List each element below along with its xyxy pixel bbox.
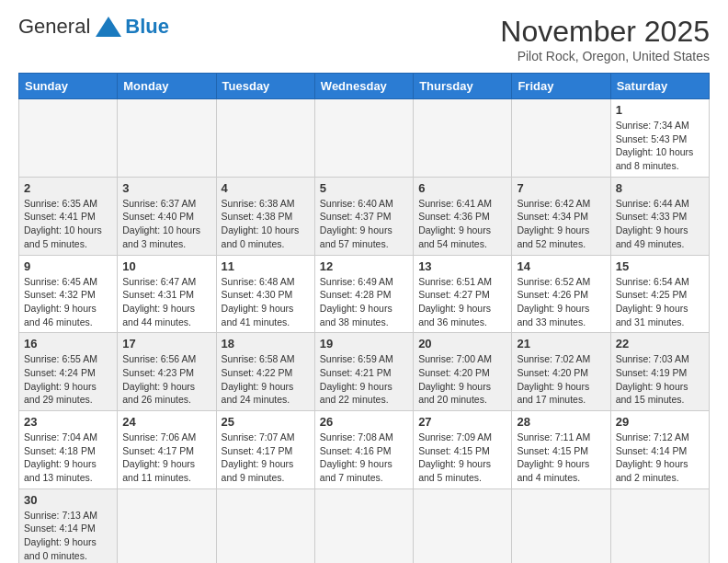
calendar-cell: 14Sunrise: 6:52 AMSunset: 4:26 PMDayligh… [512, 255, 610, 333]
calendar-week-row: 30Sunrise: 7:13 AMSunset: 4:14 PMDayligh… [19, 488, 710, 563]
day-number: 23 [24, 415, 112, 429]
calendar-week-row: 23Sunrise: 7:04 AMSunset: 4:18 PMDayligh… [19, 411, 710, 489]
day-number: 7 [517, 181, 605, 195]
calendar-cell: 21Sunrise: 7:02 AMSunset: 4:20 PMDayligh… [512, 333, 610, 411]
calendar-cell: 15Sunrise: 6:54 AMSunset: 4:25 PMDayligh… [610, 255, 709, 333]
calendar-cell: 23Sunrise: 7:04 AMSunset: 4:18 PMDayligh… [19, 411, 118, 489]
day-info: Sunrise: 7:02 AMSunset: 4:20 PMDaylight:… [517, 352, 605, 407]
day-number: 25 [222, 415, 310, 429]
calendar-week-row: 2Sunrise: 6:35 AMSunset: 4:41 PMDaylight… [19, 177, 710, 255]
day-info: Sunrise: 7:06 AMSunset: 4:17 PMDaylight:… [122, 431, 210, 485]
day-info: Sunrise: 7:09 AMSunset: 4:15 PMDaylight:… [418, 431, 506, 485]
calendar-cell: 3Sunrise: 6:37 AMSunset: 4:40 PMDaylight… [118, 177, 216, 255]
day-number: 1 [616, 103, 704, 117]
calendar-cell: 30Sunrise: 7:13 AMSunset: 4:14 PMDayligh… [19, 488, 118, 563]
calendar-cell [414, 99, 512, 178]
day-info: Sunrise: 6:49 AMSunset: 4:28 PMDaylight:… [320, 275, 408, 329]
day-number: 10 [122, 259, 210, 273]
day-number: 15 [616, 259, 704, 273]
day-number: 6 [418, 181, 506, 195]
day-info: Sunrise: 7:07 AMSunset: 4:17 PMDaylight:… [222, 431, 310, 485]
calendar-cell [314, 99, 413, 178]
calendar-cell [512, 99, 610, 178]
calendar-cell: 12Sunrise: 6:49 AMSunset: 4:28 PMDayligh… [314, 255, 413, 333]
logo-blue: Blue [125, 15, 169, 39]
calendar-cell: 2Sunrise: 6:35 AMSunset: 4:41 PMDaylight… [19, 177, 118, 255]
location: Pilot Rock, Oregon, United States [500, 49, 710, 63]
calendar-cell: 10Sunrise: 6:47 AMSunset: 4:31 PMDayligh… [118, 255, 216, 333]
calendar-cell: 24Sunrise: 7:06 AMSunset: 4:17 PMDayligh… [118, 411, 216, 489]
calendar-cell: 18Sunrise: 6:58 AMSunset: 4:22 PMDayligh… [216, 333, 314, 411]
calendar-cell: 1Sunrise: 7:34 AMSunset: 5:43 PMDaylight… [610, 99, 709, 178]
day-number: 9 [24, 259, 112, 273]
calendar-cell [610, 488, 709, 563]
calendar-cell: 5Sunrise: 6:40 AMSunset: 4:37 PMDaylight… [314, 177, 413, 255]
calendar-cell: 4Sunrise: 6:38 AMSunset: 4:38 PMDaylight… [216, 177, 314, 255]
day-number: 8 [616, 181, 704, 195]
logo-triangle-icon [96, 17, 121, 37]
day-number: 29 [616, 415, 704, 429]
day-info: Sunrise: 6:52 AMSunset: 4:26 PMDaylight:… [517, 275, 605, 329]
day-info: Sunrise: 6:41 AMSunset: 4:36 PMDaylight:… [418, 197, 506, 251]
calendar-cell: 16Sunrise: 6:55 AMSunset: 4:24 PMDayligh… [19, 333, 118, 411]
calendar-cell: 8Sunrise: 6:44 AMSunset: 4:33 PMDaylight… [610, 177, 709, 255]
calendar-cell [216, 99, 314, 178]
calendar-header-monday: Monday [118, 74, 216, 99]
calendar-header-friday: Friday [512, 74, 610, 99]
calendar-cell: 29Sunrise: 7:12 AMSunset: 4:14 PMDayligh… [610, 411, 709, 489]
day-number: 24 [122, 415, 210, 429]
calendar-table: SundayMondayTuesdayWednesdayThursdayFrid… [18, 73, 710, 563]
day-number: 21 [517, 337, 605, 350]
day-number: 17 [122, 337, 210, 350]
header: General Blue November 2025 Pilot Rock, O… [18, 15, 710, 63]
day-info: Sunrise: 6:45 AMSunset: 4:32 PMDaylight:… [24, 275, 112, 329]
day-number: 30 [24, 493, 112, 507]
calendar-cell [314, 488, 413, 563]
day-number: 19 [320, 337, 408, 350]
day-number: 11 [222, 259, 310, 273]
calendar-header-row: SundayMondayTuesdayWednesdayThursdayFrid… [19, 74, 710, 99]
calendar-cell: 19Sunrise: 6:59 AMSunset: 4:21 PMDayligh… [314, 333, 413, 411]
calendar-week-row: 16Sunrise: 6:55 AMSunset: 4:24 PMDayligh… [19, 333, 710, 411]
day-info: Sunrise: 6:47 AMSunset: 4:31 PMDaylight:… [122, 275, 210, 329]
day-info: Sunrise: 7:13 AMSunset: 4:14 PMDaylight:… [24, 509, 112, 563]
calendar-week-row: 1Sunrise: 7:34 AMSunset: 5:43 PMDaylight… [19, 99, 710, 178]
day-number: 13 [418, 259, 506, 273]
day-number: 12 [320, 259, 408, 273]
calendar-cell [512, 488, 610, 563]
calendar-week-row: 9Sunrise: 6:45 AMSunset: 4:32 PMDaylight… [19, 255, 710, 333]
calendar-header-sunday: Sunday [19, 74, 118, 99]
day-info: Sunrise: 6:51 AMSunset: 4:27 PMDaylight:… [418, 275, 506, 329]
calendar-header-wednesday: Wednesday [314, 74, 413, 99]
day-number: 2 [24, 181, 112, 195]
day-info: Sunrise: 7:03 AMSunset: 4:19 PMDaylight:… [616, 352, 704, 407]
day-info: Sunrise: 6:54 AMSunset: 4:25 PMDaylight:… [616, 275, 704, 329]
calendar-cell: 28Sunrise: 7:11 AMSunset: 4:15 PMDayligh… [512, 411, 610, 489]
calendar-cell: 27Sunrise: 7:09 AMSunset: 4:15 PMDayligh… [414, 411, 512, 489]
day-number: 5 [320, 181, 408, 195]
calendar-cell: 17Sunrise: 6:56 AMSunset: 4:23 PMDayligh… [118, 333, 216, 411]
day-info: Sunrise: 6:59 AMSunset: 4:21 PMDaylight:… [320, 352, 408, 407]
day-info: Sunrise: 6:40 AMSunset: 4:37 PMDaylight:… [320, 197, 408, 251]
logo-general: General [18, 15, 90, 39]
day-info: Sunrise: 7:34 AMSunset: 5:43 PMDaylight:… [616, 119, 704, 173]
day-info: Sunrise: 7:11 AMSunset: 4:15 PMDaylight:… [517, 431, 605, 485]
day-info: Sunrise: 7:08 AMSunset: 4:16 PMDaylight:… [320, 431, 408, 485]
calendar-cell [216, 488, 314, 563]
day-number: 22 [616, 337, 704, 350]
day-number: 18 [222, 337, 310, 350]
calendar-cell [19, 99, 118, 178]
logo-area: General Blue [18, 15, 169, 39]
day-number: 28 [517, 415, 605, 429]
calendar-header-thursday: Thursday [414, 74, 512, 99]
day-info: Sunrise: 6:42 AMSunset: 4:34 PMDaylight:… [517, 197, 605, 251]
calendar-cell [118, 99, 216, 178]
logo: General Blue [18, 15, 169, 39]
day-info: Sunrise: 7:04 AMSunset: 4:18 PMDaylight:… [24, 431, 112, 485]
day-info: Sunrise: 6:44 AMSunset: 4:33 PMDaylight:… [616, 197, 704, 251]
day-info: Sunrise: 6:35 AMSunset: 4:41 PMDaylight:… [24, 197, 112, 251]
day-info: Sunrise: 6:55 AMSunset: 4:24 PMDaylight:… [24, 352, 112, 407]
calendar-cell: 26Sunrise: 7:08 AMSunset: 4:16 PMDayligh… [314, 411, 413, 489]
calendar-cell: 13Sunrise: 6:51 AMSunset: 4:27 PMDayligh… [414, 255, 512, 333]
calendar-header-saturday: Saturday [610, 74, 709, 99]
